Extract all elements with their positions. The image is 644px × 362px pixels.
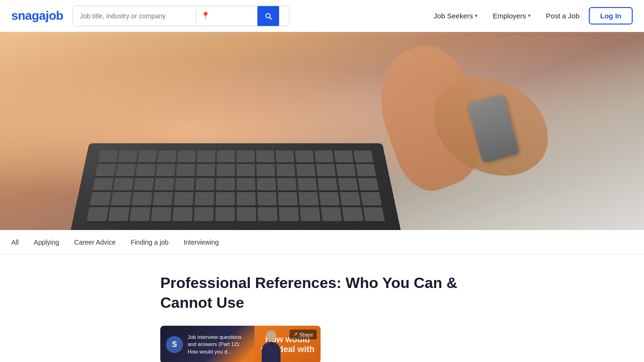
person-silhouette bbox=[259, 330, 283, 362]
category-finding-a-job[interactable]: Finding a job bbox=[131, 237, 168, 248]
job-seekers-label: Job Seekers bbox=[434, 12, 473, 20]
key bbox=[354, 150, 374, 162]
key bbox=[338, 178, 358, 190]
key bbox=[317, 178, 338, 190]
category-applying[interactable]: Applying bbox=[34, 237, 59, 248]
key bbox=[237, 178, 256, 190]
key bbox=[95, 164, 116, 176]
key bbox=[175, 178, 194, 190]
key bbox=[334, 150, 354, 162]
key bbox=[300, 207, 321, 222]
header: snagajob 📍 90012 Job Seekers ▾ Employers… bbox=[0, 0, 644, 32]
category-all[interactable]: All bbox=[11, 237, 19, 248]
job-search-input[interactable] bbox=[73, 6, 196, 26]
location-pin-icon: 📍 bbox=[201, 11, 210, 20]
person-body-shape bbox=[262, 342, 281, 362]
key bbox=[355, 164, 376, 176]
key bbox=[90, 192, 111, 206]
key bbox=[215, 207, 235, 222]
key bbox=[154, 178, 174, 190]
key bbox=[237, 207, 256, 222]
key bbox=[314, 150, 334, 162]
key bbox=[196, 178, 215, 190]
share-label: Share bbox=[299, 332, 313, 337]
hero-image bbox=[0, 32, 644, 230]
key bbox=[197, 150, 215, 162]
key bbox=[316, 164, 336, 176]
logo[interactable]: snagajob bbox=[11, 8, 63, 23]
location-input[interactable]: 90012 bbox=[213, 12, 246, 20]
key bbox=[136, 164, 156, 176]
key bbox=[132, 192, 152, 206]
key bbox=[340, 192, 361, 206]
key bbox=[296, 164, 315, 176]
key bbox=[111, 192, 132, 206]
logo-text-snaga: snaga bbox=[11, 8, 46, 23]
key bbox=[321, 207, 342, 222]
video-right-panel: How would you deal with ↗ Share bbox=[255, 326, 321, 362]
key bbox=[195, 192, 215, 206]
share-overlay[interactable]: ↗ Share bbox=[289, 329, 317, 339]
main-nav: Job Seekers ▾ Employers ▾ Post a Job Log… bbox=[428, 7, 633, 25]
key bbox=[153, 192, 173, 206]
video-caption: Job interview questions and answers (Par… bbox=[188, 334, 249, 355]
search-bar: 📍 90012 bbox=[73, 6, 289, 26]
video-left-panel: S Job interview questions and answers (P… bbox=[160, 334, 255, 355]
job-seekers-nav-item[interactable]: Job Seekers ▾ bbox=[428, 8, 483, 24]
key bbox=[134, 178, 154, 190]
laptop-keys bbox=[87, 150, 385, 221]
key bbox=[216, 164, 235, 176]
key bbox=[173, 207, 193, 222]
hero-shapes bbox=[0, 32, 644, 230]
key bbox=[237, 192, 256, 206]
key bbox=[176, 164, 195, 176]
key bbox=[194, 207, 214, 222]
key bbox=[156, 164, 175, 176]
key bbox=[298, 192, 319, 206]
key bbox=[336, 164, 356, 176]
key bbox=[277, 178, 297, 190]
main-content: Professional References: Who You Can & C… bbox=[0, 255, 644, 362]
key bbox=[360, 192, 381, 206]
category-interviewing[interactable]: Interviewing bbox=[183, 237, 219, 248]
video-thumbnail[interactable]: S Job interview questions and answers (P… bbox=[160, 326, 321, 362]
key bbox=[113, 178, 134, 190]
key bbox=[275, 150, 294, 162]
job-seekers-chevron-icon: ▾ bbox=[475, 13, 478, 19]
location-wrapper: 📍 90012 bbox=[196, 6, 257, 26]
video-avatar: S bbox=[166, 336, 183, 353]
key bbox=[98, 150, 118, 162]
key bbox=[151, 207, 172, 222]
key bbox=[118, 150, 138, 162]
post-job-link[interactable]: Post a Job bbox=[540, 8, 585, 24]
key bbox=[216, 178, 235, 190]
employers-label: Employers bbox=[493, 12, 526, 20]
key bbox=[87, 207, 109, 222]
category-career-advice[interactable]: Career Advice bbox=[74, 237, 116, 248]
logo-text-job: job bbox=[46, 8, 64, 23]
key bbox=[258, 207, 278, 222]
key bbox=[196, 164, 215, 176]
key bbox=[173, 192, 193, 206]
employers-chevron-icon: ▾ bbox=[528, 13, 531, 19]
login-button[interactable]: Log In bbox=[589, 7, 633, 25]
key bbox=[237, 164, 255, 176]
key bbox=[256, 164, 275, 176]
key bbox=[256, 150, 274, 162]
key bbox=[257, 192, 277, 206]
key bbox=[363, 207, 385, 222]
share-icon: ↗ bbox=[293, 331, 297, 337]
key bbox=[276, 164, 296, 176]
key bbox=[237, 150, 255, 162]
key bbox=[319, 192, 340, 206]
key bbox=[342, 207, 363, 222]
key bbox=[297, 178, 317, 190]
key bbox=[215, 192, 235, 206]
person-head-shape bbox=[266, 330, 276, 341]
employers-nav-item[interactable]: Employers ▾ bbox=[487, 8, 537, 24]
search-button[interactable] bbox=[257, 6, 279, 26]
key bbox=[116, 164, 136, 176]
key bbox=[138, 150, 157, 162]
key bbox=[295, 150, 314, 162]
key bbox=[257, 178, 276, 190]
